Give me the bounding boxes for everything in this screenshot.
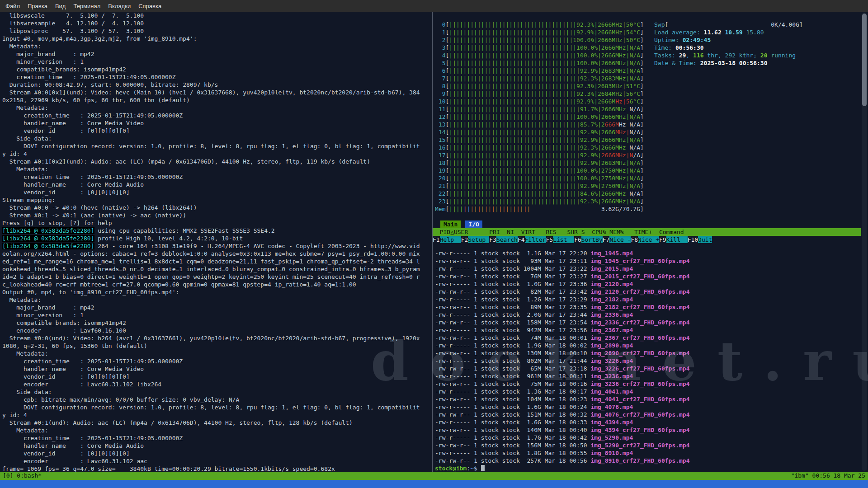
cpu-meter: 12[||||||||||||||||||||||||||||||||||||1…	[435, 113, 644, 121]
terminal-line: 1080, q=2-31, 60 fps, 15360 tbn (default…	[2, 342, 431, 350]
fkey-f4[interactable]: F4	[518, 236, 525, 243]
htop-tab-main[interactable]: Main	[440, 221, 461, 228]
file-name: img_2890_crf27_FHD_60fps.mp4	[590, 350, 689, 357]
terminal-line: c_lookahead=40 rc=crf mbtree=1 crf=27.0 …	[2, 281, 431, 288]
terminal-line: DOVI configuration record: version: 1.0,…	[2, 404, 431, 411]
fkey-f3[interactable]: F3	[489, 236, 496, 243]
file-name: img_2015_crf27_FHD_60fps.mp4	[590, 273, 689, 280]
terminal-line: Stream mapping:	[2, 196, 431, 204]
terminal-line: libswscale 7. 5.100 / 7. 5.100	[2, 12, 431, 19]
file-row: -rw-rw-r-- 1 stock stock 89M Mar 17 23:3…	[435, 303, 690, 311]
prompt-line: stock@ibm:~$	[435, 465, 485, 472]
cpu-meter: 19[||||||||||||||||||||||||||||||||||||1…	[435, 167, 644, 174]
fkey-label[interactable]: Kill	[666, 236, 688, 243]
file-row: -rw-r----- 1 stock stock 1.7G Mar 18 00:…	[435, 434, 690, 441]
text-cursor[interactable]	[481, 465, 485, 471]
fkey-label[interactable]: Quit	[698, 236, 712, 243]
fkey-f8[interactable]: F8	[631, 236, 638, 243]
menu-item[interactable]: Справка	[138, 3, 161, 9]
file-row: -rw-rw-r-- 1 stock stock 65M Mar 17 23:1…	[435, 365, 690, 372]
terminal-line: encoder : Lavf60.16.100	[2, 327, 431, 334]
summary-line: Load average: 11.62 10.59 15.80	[654, 28, 803, 36]
terminal-line: id=2 b_adapt=1 b_bias=0 direct=1 weightb…	[2, 273, 431, 281]
fkey-label[interactable]: List	[553, 236, 574, 243]
fkey-label[interactable]: Search	[496, 236, 518, 243]
fkey-label[interactable]: Help	[440, 236, 461, 243]
shell-prompt[interactable]: stock@ibm:~$	[435, 465, 485, 472]
terminal-line: Metadata:	[2, 427, 431, 434]
file-name: img_8910.mp4	[590, 450, 633, 456]
htop-tab-io[interactable]: I/O	[465, 221, 482, 228]
terminal-line: creation_time : 2025-01-15T21:49:05.0000…	[2, 434, 431, 442]
scrollbar-thumb[interactable]	[862, 14, 867, 106]
menu-item[interactable]: Терминал	[73, 3, 100, 9]
cpu-meter: 7[|||||||||||||||||||||||||||||||||||||9…	[435, 75, 644, 82]
terminal-line: eolan.org/x264.html - options: cabac=1 r…	[2, 250, 431, 258]
terminal-line: creation_time : 2025-01-15T21:49:05.0000…	[2, 173, 431, 181]
fkey-label[interactable]: SortBy	[581, 236, 603, 243]
terminal-line: Side data:	[2, 388, 431, 396]
file-name: img_3226_crf27_FHD_60fps.mp4	[590, 365, 689, 372]
cpu-meter: 22[|||||||||||||||||||||||||||||||||||||…	[435, 190, 644, 197]
terminal-line: Metadata:	[2, 165, 431, 173]
fkey-f9[interactable]: F9	[659, 236, 666, 243]
fkey-f7[interactable]: F7	[603, 236, 610, 243]
file-row: -rw-rw-r-- 1 stock stock 82M Mar 17 23:4…	[435, 288, 690, 296]
file-name: img_2120_crf27_FHD_60fps.mp4	[590, 288, 689, 295]
terminal-line: creation_time : 2025-01-15T21:49:05.0000…	[2, 73, 431, 81]
fkey-label[interactable]: Nice +	[638, 236, 659, 243]
fkey-label[interactable]: Setup	[468, 236, 489, 243]
file-row: -rw-r----- 1 stock stock 1.6G Mar 18 00:…	[435, 403, 690, 411]
menu-item[interactable]: Файл	[5, 3, 20, 9]
terminal-line: vendor_id : [0][0][0][0]	[2, 450, 431, 457]
cpu-meter-block: 0[||||||||||||||||||||||||||||||||||||92…	[435, 21, 644, 213]
fkey-label[interactable]: Nice -	[609, 236, 631, 243]
cpu-meter: 8[||||||||||||||||||||||||||||||||||||92…	[435, 82, 644, 90]
fkey-f6[interactable]: F6	[574, 236, 581, 243]
file-row: -rw-r----- 1 stock stock 2.0G Mar 17 23:…	[435, 311, 690, 319]
file-row: -rw-rw-r-- 1 stock stock 156M Mar 18 00:…	[435, 441, 690, 449]
fkey-f1[interactable]: F1	[433, 236, 440, 243]
terminal-line: 0x2158, 27969 kb/s, 60 fps, 60 tbr, 600 …	[2, 96, 431, 104]
process-table-header[interactable]: PID△USER PRI NI VIRT RES SHR S CPU% MEM%…	[433, 228, 861, 236]
file-row: -rw-r----- 1 stock stock 1004M Mar 17 23…	[435, 265, 690, 272]
terminal-line: ookahead_threads=5 sliced_threads=0 nr=0…	[2, 265, 431, 273]
fkey-f2[interactable]: F2	[461, 236, 468, 243]
file-row: -rw-rw-r-- 1 stock stock 257K Mar 18 00:…	[435, 457, 690, 465]
htop-tabs: MainI/O	[440, 221, 482, 228]
file-name: img_2336_crf27_FHD_60fps.mp4	[590, 319, 689, 326]
file-row: -rw-r----- 1 stock stock 1.8G Mar 18 00:…	[435, 449, 690, 457]
summary-line: Time: 00:56:30	[654, 44, 803, 52]
file-name: img_2120.mp4	[590, 281, 633, 287]
fkey-f10[interactable]: F10	[688, 236, 698, 243]
ffmpeg-output-pane[interactable]: libswscale 7. 5.100 / 7. 5.100 libswresa…	[2, 12, 431, 473]
terminal-line: Press [q] to stop, [?] for help	[2, 219, 431, 227]
file-row: -rw-rw-r-- 1 stock stock 75M Mar 18 00:1…	[435, 380, 690, 388]
file-name: img_2890.mp4	[590, 342, 633, 349]
terminal-line: libpostproc 57. 3.100 / 57. 3.100	[2, 27, 431, 35]
terminal-line: Stream #0:0(und): Video: h264 (avc1 / 0x…	[2, 334, 431, 342]
function-key-bar: F1Help F2Setup F3SearchF4FilterF5List F6…	[433, 236, 712, 244]
terminal-line: major_brand : mp42	[2, 50, 431, 58]
menu-item[interactable]: Вид	[55, 3, 66, 9]
fkey-f5[interactable]: F5	[546, 236, 553, 243]
file-name: img_2182.mp4	[590, 296, 633, 303]
terminal-line: Input #0, mov,mp4,m4a,3gp,3g2,mj2, from …	[2, 35, 431, 42]
mem-meter: Mem[||||||||||||||||||||||| 3.62G/70.7G]	[435, 205, 644, 213]
fkey-label[interactable]: Filter	[525, 236, 546, 243]
menu-item[interactable]: Правка	[28, 3, 47, 9]
menu-item[interactable]: Вкладки	[108, 3, 131, 9]
terminal-line: creation_time : 2025-01-15T21:49:05.0000…	[2, 357, 431, 365]
file-row: -rw-rw-r-- 1 stock stock 158M Mar 17 23:…	[435, 319, 690, 326]
prompt-user-host: stock@ibm	[435, 465, 467, 472]
summary-line: Swp[ 0K/4.00G]	[654, 21, 803, 28]
cpu-meter: 20[||||||||||||||||||||||||||||||||||||1…	[435, 174, 644, 182]
terminal-line: Stream #0:0[0x1](und): Video: hevc (Main…	[2, 89, 431, 96]
file-name: img_5290_crf27_FHD_60fps.mp4	[590, 442, 689, 449]
terminal-line: handler_name : Core Media Audio	[2, 181, 431, 188]
file-name: img_2015.mp4	[590, 265, 633, 272]
terminal-line: creation_time : 2025-01-15T21:49:05.0000…	[2, 112, 431, 119]
prompt-path: ~	[470, 465, 474, 472]
scrollbar[interactable]	[862, 13, 867, 471]
cpu-meter: 0[||||||||||||||||||||||||||||||||||||92…	[435, 21, 644, 28]
